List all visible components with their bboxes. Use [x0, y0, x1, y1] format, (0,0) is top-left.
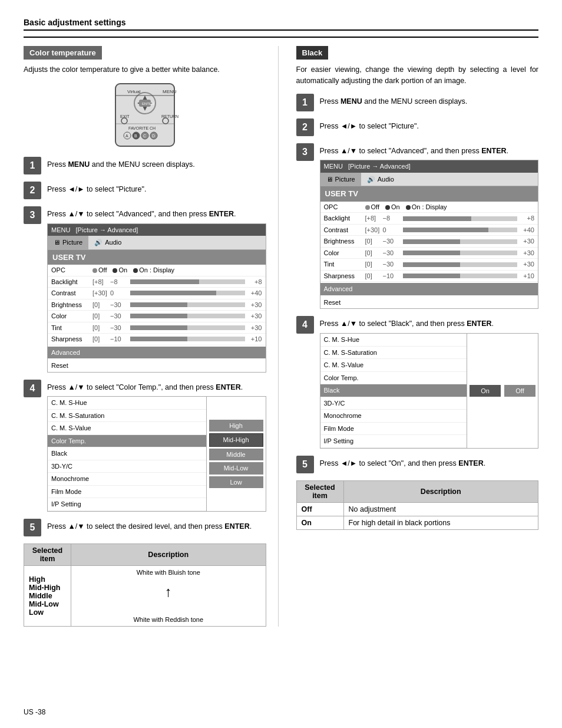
right-step-1-text: Press MENU and the MENU screen displays.: [320, 94, 539, 107]
right-step-number-1: 1: [296, 94, 314, 111]
left-step-4: 4 Press ▲/▼ to select "Color Temp.", and…: [24, 380, 266, 512]
submenu-item-cms-sat: C. M. S-Saturation: [48, 410, 206, 423]
step-1-text: Press MENU and the MENU screen displays.: [47, 157, 266, 170]
right-user-tv-header: USER TV: [320, 186, 538, 202]
right-sharpness-row: Sharpness [0] −10 +10: [320, 271, 538, 282]
right-submenu-4: C. M. S-Hue C. M. S-Saturation C. M. S-V…: [320, 333, 539, 449]
left-selected-table: Selected item Description HighMid-HighMi…: [24, 543, 266, 627]
option-low[interactable]: Low: [209, 476, 263, 489]
step-2-text: Press ◄/► to select "Picture".: [47, 182, 266, 195]
left-menu-box-3: MENU [Picture → Advanced] 🖥Picture 🔊Audi…: [47, 223, 266, 373]
menu-tabs: 🖥Picture 🔊Audio: [48, 236, 266, 250]
right-item-cms-hue: C. M. S-Hue: [320, 334, 467, 347]
submenu-item-black: Black: [48, 447, 206, 460]
step-4-text: Press ▲/▼ to select "Color Temp.", and t…: [47, 380, 266, 512]
right-item-black: Black: [320, 384, 467, 397]
right-submenu-left: C. M. S-Hue C. M. S-Saturation C. M. S-V…: [320, 334, 468, 448]
svg-text:FAVORITE CH: FAVORITE CH: [128, 126, 156, 130]
right-step-number-4: 4: [296, 316, 314, 334]
right-reset-item[interactable]: Reset: [320, 297, 538, 309]
right-item-cms-sat: C. M. S-Saturation: [320, 347, 467, 360]
step-3-text: Press ▲/▼ to select "Advanced", and then…: [47, 206, 266, 373]
left-table-header-desc: Description: [71, 543, 266, 565]
right-item-3dyc: 3D-Y/C: [320, 397, 467, 410]
svg-text:MENU: MENU: [163, 89, 177, 94]
black-options: On Off: [467, 334, 538, 448]
right-opc-row: OPC Off On On : Display: [320, 202, 538, 213]
right-column: Black For easier viewing, change the vie…: [290, 46, 539, 627]
right-step-number-2: 2: [296, 118, 314, 136]
step-number-1: 1: [24, 157, 41, 174]
left-step-2: 2 Press ◄/► to select "Picture".: [24, 182, 266, 199]
svg-text:D: D: [152, 134, 155, 138]
right-menu-tabs: 🖥Picture 🔊Audio: [320, 173, 538, 187]
right-item-colortemp: Color Temp.: [320, 372, 467, 385]
option-high[interactable]: High: [209, 420, 263, 432]
user-tv-header: USER TV: [48, 250, 266, 265]
audio-tab[interactable]: 🔊Audio: [88, 236, 127, 249]
right-tint-row: Tint [0] −30 +30: [320, 259, 538, 271]
right-step-number-3: 3: [296, 143, 314, 161]
sharpness-row: Sharpness [0] −10 +10: [48, 334, 266, 345]
reset-item[interactable]: Reset: [48, 360, 266, 372]
item-high: HighMid-HighMiddleMid-LowLow: [24, 565, 71, 626]
right-advanced-item[interactable]: Advanced: [320, 283, 538, 295]
svg-text:C: C: [143, 134, 146, 138]
option-midhigh[interactable]: Mid-High: [209, 433, 263, 447]
opc-row: OPC Off On On : Display: [48, 265, 266, 276]
desc-high: White with Bluish tone ↑ White with Redd…: [71, 565, 266, 626]
left-step-3: 3 Press ▲/▼ to select "Advanced", and th…: [24, 206, 266, 373]
right-item-cms-val: C. M. S-Value: [320, 359, 467, 372]
submenu-left: C. M. S-Hue C. M. S-Saturation C. M. S-V…: [48, 397, 207, 511]
option-middle[interactable]: Middle: [209, 449, 263, 461]
right-step-5: 5 Press ◄/► to select "On", and then pre…: [296, 456, 539, 473]
advanced-item[interactable]: Advanced: [48, 347, 266, 359]
svg-text:B: B: [134, 134, 137, 138]
svg-text:Virtual: Virtual: [127, 89, 141, 94]
left-step-1: 1 Press MENU and the MENU screen display…: [24, 157, 266, 174]
page: Basic adjustment settings Color temperat…: [0, 0, 562, 728]
left-table-header-item: Selected item: [24, 543, 71, 565]
svg-text:ENTER: ENTER: [142, 102, 154, 106]
page-footer: US -38: [24, 708, 45, 716]
desc-off: No adjustment: [343, 502, 538, 516]
contrast-row: Contrast [+30] 0 +40: [48, 288, 266, 299]
submenu-item-3dyc: 3D-Y/C: [48, 460, 206, 473]
step-number-2: 2: [24, 182, 41, 199]
right-step-1: 1 Press MENU and the MENU screen display…: [296, 94, 539, 111]
submenu-item-ip: I/P Setting: [48, 498, 206, 511]
right-step-2-text: Press ◄/► to select "Picture".: [320, 118, 539, 132]
right-contrast-row: Contrast [+30] 0 +40: [320, 225, 538, 236]
item-off: Off: [296, 502, 343, 516]
right-step-3-text: Press ▲/▼ to select "Advanced", and then…: [320, 143, 539, 309]
color-temp-header: Color temperature: [24, 46, 102, 60]
right-color-row: Color [0] −30 +30: [320, 248, 538, 259]
left-column: Color temperature Adjusts the color temp…: [24, 46, 279, 627]
step-number-5: 5: [24, 519, 41, 536]
step-number-3: 3: [24, 206, 41, 224]
right-selected-table: Selected item Description Off No adjustm…: [296, 480, 539, 530]
submenu-item-colortemp: Color Temp.: [48, 435, 206, 448]
right-item-ip: I/P Setting: [320, 435, 467, 448]
right-step-5-text: Press ◄/► to select "On", and then press…: [320, 456, 539, 469]
right-step-4-text: Press ▲/▼ to select "Black", and then pr…: [320, 316, 539, 448]
submenu-item-cms-hue: C. M. S-Hue: [48, 397, 206, 410]
right-picture-tab[interactable]: 🖥Picture: [320, 173, 361, 186]
left-submenu-4: C. M. S-Hue C. M. S-Saturation C. M. S-V…: [47, 396, 266, 512]
right-step-3: 3 Press ▲/▼ to select "Advanced", and th…: [296, 143, 539, 309]
brightness-row: Brightness [0] −30 +30: [48, 299, 266, 311]
black-option-off[interactable]: Off: [504, 385, 535, 397]
svg-text:A: A: [125, 134, 128, 138]
right-step-number-5: 5: [296, 456, 314, 473]
remote-image: Virtual MENU ENTER EXIT RETURN FAVORITE …: [24, 83, 266, 147]
black-option-on[interactable]: On: [470, 385, 501, 397]
submenu-item-mono: Monochrome: [48, 473, 206, 486]
picture-tab[interactable]: 🖥Picture: [48, 236, 88, 249]
right-menu-box-3: MENU [Picture → Advanced] 🖥Picture 🔊Audi…: [320, 160, 539, 309]
table-row-off: Off No adjustment: [296, 502, 538, 516]
submenu-options: High Mid-High Middle Mid-Low Low: [207, 397, 266, 511]
option-midlow[interactable]: Mid-Low: [209, 462, 263, 475]
color-row: Color [0] −30 +30: [48, 311, 266, 322]
right-audio-tab[interactable]: 🔊Audio: [361, 173, 400, 186]
black-intro: For easier viewing, change the viewing d…: [296, 64, 539, 87]
